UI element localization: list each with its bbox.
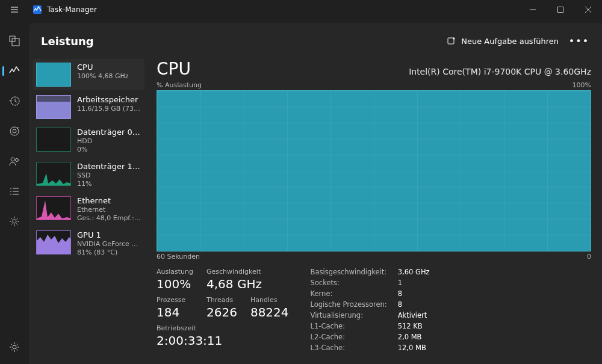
svg-point-6: [13, 129, 16, 133]
nav-app-history[interactable]: [2, 90, 26, 112]
stat-value: 184: [157, 305, 193, 319]
stat-val: Aktiviert: [398, 311, 430, 319]
svg-point-10: [13, 345, 16, 349]
chart-label-0: 0: [587, 253, 591, 261]
perf-name: Arbeitsspeicher: [77, 95, 141, 104]
nav-services[interactable]: [2, 211, 26, 232]
stats-right: Basisgeschwindigkeit: 3,60 GHz Sockets: …: [311, 268, 430, 352]
perf-item-gpu[interactable]: GPU 1 NVIDIA GeForce R... 81% (83 °C): [33, 227, 144, 260]
content-pane: Leistung Neue Aufgabe ausführen ••• CPU …: [29, 23, 602, 364]
window-controls: [519, 0, 602, 19]
stat-label: Geschwindigkeit: [206, 268, 289, 276]
nav-startup[interactable]: [2, 120, 26, 142]
nav-processes[interactable]: [2, 30, 26, 52]
perf-name: CPU: [77, 63, 129, 72]
perf-sub: 100% 4,68 GHz: [77, 72, 129, 80]
details-icon: [9, 186, 20, 197]
nav-settings[interactable]: [2, 336, 26, 358]
close-button[interactable]: [574, 0, 602, 19]
stat-key: Kerne:: [311, 289, 387, 298]
page-header: Leistung Neue Aufgabe ausführen •••: [29, 23, 602, 59]
perf-sub: NVIDIA GeForce R...: [77, 240, 141, 248]
stat-key: L1-Cache:: [311, 322, 387, 330]
perf-name: Datenträger 0 (D:): [77, 128, 141, 137]
nav-rail: [0, 19, 29, 364]
stats-row: Auslastung 100% Geschwindigkeit 4,68 GHz…: [157, 268, 591, 352]
perf-item-disk0[interactable]: Datenträger 0 (D:) HDD 0%: [33, 124, 144, 157]
maximize-icon: [557, 7, 563, 13]
chart-label-60s: 60 Sekunden: [157, 253, 200, 261]
performance-icon: [9, 66, 20, 76]
perf-sub: 0%: [77, 146, 141, 153]
stats-left: Auslastung 100% Geschwindigkeit 4,68 GHz…: [157, 268, 289, 352]
perf-sub: Ethernet: [77, 206, 141, 214]
hamburger-menu-button[interactable]: [0, 0, 29, 19]
more-icon: •••: [569, 35, 589, 47]
stat-val: 8: [398, 289, 430, 298]
detail-pane: CPU Intel(R) Core(TM) i7-9700K CPU @ 3.6…: [148, 59, 602, 364]
history-icon: [9, 96, 20, 106]
maximize-button[interactable]: [547, 0, 574, 19]
perf-item-disk1[interactable]: Datenträger 1 (C:) SSD 11%: [33, 158, 144, 191]
performance-list: CPU 100% 4,68 GHz Arbeitsspeicher 11,6/1…: [29, 59, 148, 364]
stat-val: 8: [398, 300, 430, 309]
stat-label: Threads: [206, 296, 237, 304]
stat-val: 1: [398, 279, 430, 287]
perf-sub: HDD: [77, 137, 141, 145]
perf-item-memory[interactable]: Arbeitsspeicher 11,6/15,9 GB (73%): [33, 91, 144, 123]
stat-label: Handles: [250, 296, 289, 304]
startup-icon: [9, 126, 20, 137]
stat-key: Sockets:: [311, 279, 387, 287]
app-title: Task-Manager: [47, 5, 97, 14]
svg-point-8: [16, 159, 19, 162]
stat-val: 12,0 MB: [398, 344, 430, 352]
settings-icon: [9, 342, 20, 353]
detail-title: CPU: [157, 59, 191, 79]
svg-point-7: [11, 158, 14, 161]
svg-point-9: [13, 220, 16, 223]
nav-performance[interactable]: [2, 60, 26, 82]
stat-val: 2,0 MB: [398, 333, 430, 341]
perf-sub: 81% (83 °C): [77, 248, 141, 256]
more-button[interactable]: •••: [568, 31, 590, 51]
close-icon: [585, 7, 591, 13]
chart-label-100: 100%: [573, 81, 591, 89]
page-title: Leistung: [41, 35, 94, 48]
mini-graph-disk1: [36, 162, 71, 186]
processes-icon: [9, 35, 20, 46]
mini-graph-disk0: [36, 128, 71, 152]
minimize-button[interactable]: [519, 0, 547, 19]
minimize-icon: [530, 7, 536, 13]
nav-users[interactable]: [2, 150, 26, 172]
svg-rect-1: [558, 7, 563, 13]
stat-key: L3-Cache:: [311, 344, 387, 352]
stat-label: Prozesse: [157, 296, 193, 304]
stat-value: 100%: [157, 277, 193, 291]
nav-details[interactable]: [2, 180, 26, 202]
stat-key: Logische Prozessoren:: [311, 300, 387, 309]
stat-label: Auslastung: [157, 268, 193, 276]
stat-val: 512 KB: [398, 322, 430, 330]
stat-val: 3,60 GHz: [398, 268, 430, 276]
perf-item-ethernet[interactable]: Ethernet Ethernet Ges.: 48,0 Empf.: 128 …: [33, 193, 144, 226]
stat-label: Betriebszeit: [157, 324, 289, 332]
cpu-utilization-chart: [157, 90, 591, 251]
stat-key: L2-Cache:: [311, 333, 387, 341]
perf-sub: 11%: [77, 180, 141, 188]
perf-sub: SSD: [77, 171, 141, 179]
perf-item-cpu[interactable]: CPU 100% 4,68 GHz: [33, 59, 144, 90]
stat-key: Basisgeschwindigkeit:: [311, 268, 387, 276]
new-task-button[interactable]: Neue Aufgabe ausführen: [441, 32, 565, 49]
mini-graph-gpu: [36, 230, 71, 254]
mini-graph-cpu: [36, 63, 71, 87]
stat-value: 4,68 GHz: [206, 277, 289, 291]
users-icon: [9, 156, 20, 167]
new-task-label: Neue Aufgabe ausführen: [461, 37, 559, 46]
perf-name: Ethernet: [77, 196, 141, 205]
perf-name: Datenträger 1 (C:): [77, 162, 141, 171]
svg-rect-3: [12, 39, 19, 46]
perf-sub: Ges.: 48,0 Empf.: 128 KB: [77, 214, 141, 222]
perf-sub: 11,6/15,9 GB (73%): [77, 105, 141, 113]
cpu-model: Intel(R) Core(TM) i7-9700K CPU @ 3.60GHz: [409, 67, 591, 76]
app-icon: [33, 5, 42, 14]
